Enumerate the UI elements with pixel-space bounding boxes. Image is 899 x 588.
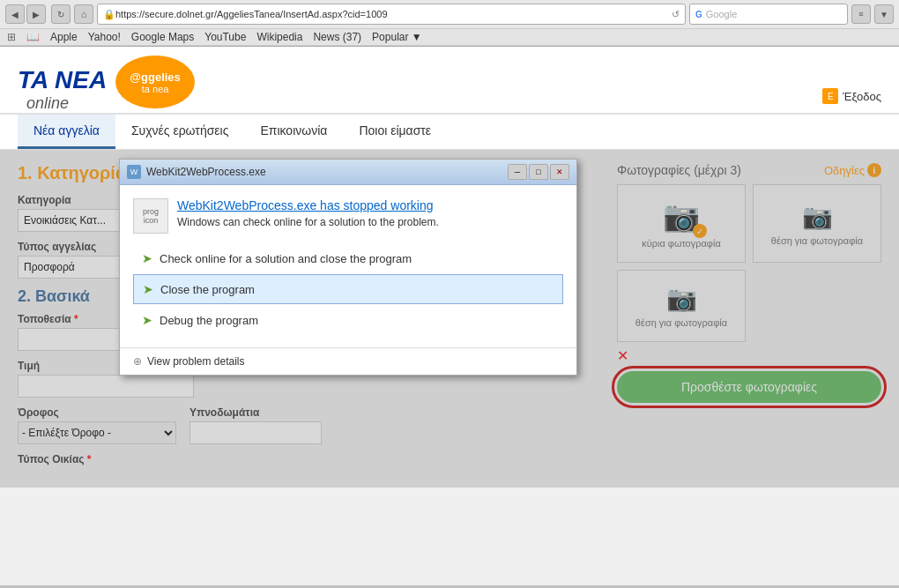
- bookmark-yahoo[interactable]: Yahoo!: [88, 31, 121, 43]
- dialog-header: progicon WebKit2WebProcess.exe has stopp…: [133, 198, 563, 234]
- exit-button[interactable]: E Έξοδος: [822, 88, 881, 113]
- bookmark-popular[interactable]: Popular ▼: [372, 31, 422, 43]
- bookmark-apple[interactable]: Apple: [50, 31, 78, 43]
- popular-label: Popular ▼: [372, 31, 422, 43]
- bookmark-google-maps[interactable]: Google Maps: [131, 31, 194, 43]
- dialog-error-title[interactable]: WebKit2WebProcess.exe has stopped workin…: [177, 198, 439, 212]
- page-content: ΤΑ ΝΕΑ online @ggelies ta nea E Έξοδος Ν…: [0, 47, 899, 585]
- site-nav: Νέα αγγελία Συχνές ερωτήσεις Επικοινωνία…: [0, 115, 899, 150]
- webkit-error-dialog: W WebKit2WebProcess.exe ─ □ ✕ progicon W…: [119, 159, 577, 376]
- dialog-footer[interactable]: ⊕ View problem details: [120, 347, 576, 375]
- bookmark-news[interactable]: News (37): [313, 31, 361, 43]
- youtube-label: YouTube: [204, 31, 246, 43]
- logo-bubble: @ggelies ta nea: [115, 56, 195, 108]
- dialog-error-info: WebKit2WebProcess.exe has stopped workin…: [177, 198, 439, 228]
- dialog-app-icon: W: [127, 165, 141, 179]
- arrow-icon-3: ➤: [142, 313, 152, 327]
- dialog-option-debug[interactable]: ➤ Debug the program: [133, 306, 563, 334]
- browser-menu-button[interactable]: ≡: [851, 4, 871, 24]
- logo-online: online: [26, 94, 69, 112]
- dialog-controls: ─ □ ✕: [508, 164, 569, 180]
- dialog-maximize-button[interactable]: □: [529, 164, 548, 180]
- nav-new-ad[interactable]: Νέα αγγελία: [18, 115, 115, 149]
- search-placeholder: Google: [706, 9, 737, 19]
- dialog-body: progicon WebKit2WebProcess.exe has stopp…: [120, 185, 576, 347]
- dialog-title-left: W WebKit2WebProcess.exe: [127, 165, 266, 179]
- home-button[interactable]: ⌂: [74, 4, 93, 24]
- nav-about[interactable]: Ποιοι είμαστε: [343, 115, 447, 149]
- bookmarks-icon: ⊞: [7, 31, 16, 43]
- dialog-options: ➤ Check online for a solution and close …: [133, 244, 563, 334]
- arrow-icon-1: ➤: [142, 251, 152, 265]
- browser-extra-button[interactable]: ▼: [874, 4, 894, 24]
- yahoo-label: Yahoo!: [88, 31, 121, 43]
- search-provider-icon: G: [695, 10, 702, 19]
- dialog-error-desc: Windows can check online for a solution …: [177, 216, 439, 228]
- browser-chrome: ◀ ▶ ↻ ⌂ 🔒 https://secure.dolnet.gr/Aggel…: [0, 0, 899, 47]
- exit-icon: E: [822, 88, 838, 104]
- dialog-close-button[interactable]: ✕: [550, 164, 569, 180]
- arrow-icon-2: ➤: [143, 282, 153, 296]
- nav-buttons: ◀ ▶: [5, 4, 46, 24]
- bookmarks-bar: ⊞ 📖 Apple Yahoo! Google Maps YouTube Wik…: [0, 29, 899, 46]
- view-details-label: View problem details: [147, 355, 245, 368]
- search-box[interactable]: G Google: [689, 4, 848, 25]
- option2-label: Close the program: [160, 283, 255, 296]
- bookmark-wikipedia[interactable]: Wikipedia: [256, 31, 302, 43]
- logo-area: ΤΑ ΝΕΑ online @ggelies ta nea: [18, 56, 195, 113]
- news-label: News (37): [313, 31, 361, 43]
- refresh-button[interactable]: ↻: [51, 4, 71, 24]
- main-area: 1. Κατηγορία Κατηγορία Τύπος αγγελίας 2.…: [0, 150, 899, 488]
- chevron-down-icon: ⊕: [133, 355, 142, 368]
- logo-ta-nea: ΤΑ ΝΕΑ: [18, 66, 107, 93]
- bookmarks-reader-icon: 📖: [26, 31, 40, 43]
- nav-contact[interactable]: Επικοινωνία: [244, 115, 343, 149]
- bubble-text2: ta nea: [142, 84, 169, 94]
- bookmark-youtube[interactable]: YouTube: [204, 31, 246, 43]
- option3-label: Debug the program: [160, 314, 258, 327]
- exit-label: Έξοδος: [843, 90, 881, 103]
- bubble-text1: @ggelies: [130, 71, 180, 84]
- nav-forward-button[interactable]: ▶: [26, 4, 46, 24]
- refresh-icon: ↺: [672, 9, 680, 20]
- lock-icon: 🔒: [103, 9, 115, 20]
- address-bar[interactable]: 🔒 https://secure.dolnet.gr/AggeliesTanea…: [97, 4, 686, 25]
- dialog-minimize-button[interactable]: ─: [508, 164, 527, 180]
- option1-label: Check online for a solution and close th…: [160, 252, 412, 265]
- dialog-program-icon: progicon: [133, 198, 168, 234]
- dialog-option-check-online[interactable]: ➤ Check online for a solution and close …: [133, 244, 563, 272]
- dialog-option-close[interactable]: ➤ Close the program: [133, 274, 563, 304]
- browser-toolbar: ◀ ▶ ↻ ⌂ 🔒 https://secure.dolnet.gr/Aggel…: [0, 0, 899, 29]
- apple-label: Apple: [50, 31, 78, 43]
- url-text: https://secure.dolnet.gr/AggeliesTanea/I…: [115, 9, 388, 19]
- site-header: ΤΑ ΝΕΑ online @ggelies ta nea E Έξοδος: [0, 47, 899, 115]
- dialog-titlebar: W WebKit2WebProcess.exe ─ □ ✕: [120, 160, 576, 185]
- google-maps-label: Google Maps: [131, 31, 194, 43]
- wikipedia-label: Wikipedia: [256, 31, 302, 43]
- nav-faq[interactable]: Συχνές ερωτήσεις: [115, 115, 245, 149]
- dialog-title-text: WebKit2WebProcess.exe: [146, 166, 266, 178]
- logo-main: ΤΑ ΝΕΑ online: [18, 66, 107, 113]
- nav-back-button[interactable]: ◀: [5, 4, 25, 24]
